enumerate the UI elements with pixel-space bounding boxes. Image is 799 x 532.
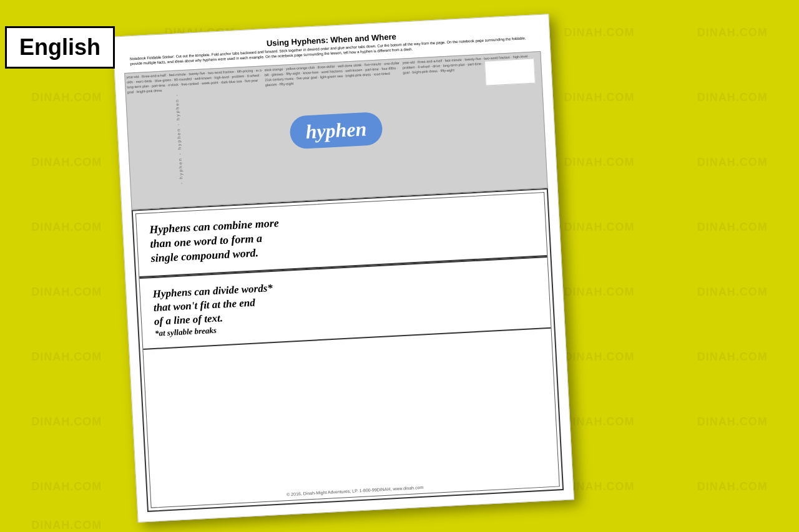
document-footer: © 2016, Dinah-Might Adventures, LP. 1-80… — [151, 474, 559, 507]
english-label-text: English — [19, 34, 100, 60]
hyphen-col-1: year-old · three-and-a-half · fast-minut… — [126, 67, 270, 208]
hyphen-center-label: hyphen — [289, 112, 383, 150]
bg-tile: DiNAH.COM — [666, 195, 799, 259]
document-lower: Hyphens can combine more than one word t… — [132, 188, 564, 512]
bg-tile: DiNAH.COM — [666, 130, 799, 195]
bg-tile: DiNAH.COM — [666, 454, 799, 519]
bg-tile: DiNAH.COM — [666, 389, 799, 454]
bg-tile: DiNAH.COM — [0, 195, 133, 259]
bg-tile: DiNAH.COM — [0, 389, 133, 454]
english-label: English — [5, 26, 115, 69]
bg-tile: DiNAH.COM — [0, 259, 133, 324]
document: Using Hyphens: When and Where Notebook F… — [112, 14, 574, 523]
document-wrapper: Using Hyphens: When and Where Notebook F… — [112, 14, 574, 523]
bg-tile: DiNAH.COM — [532, 0, 665, 65]
bg-tile: DiNAH.COM — [0, 130, 133, 195]
inner-white-box — [484, 58, 536, 85]
document-lower-inner: Hyphens can combine more than one word t… — [135, 192, 560, 508]
hyphen-word-area: year-old · three-and-a-half · fast-minut… — [124, 51, 548, 210]
bg-tile: DiNAH.COM — [0, 324, 133, 389]
bg-tile: DiNAH.COM — [0, 519, 133, 532]
bg-tile: DiNAH.COM — [0, 65, 133, 130]
bg-tile: DiNAH.COM — [666, 259, 799, 324]
hyphen-center-text: hyphen — [305, 117, 368, 143]
section-1-text: Hyphens can combine more than one word t… — [149, 203, 534, 266]
bg-tile: DiNAH.COM — [666, 65, 799, 130]
bg-tile: DiNAH.COM — [666, 0, 799, 65]
bg-tile: DiNAH.COM — [0, 454, 133, 519]
bg-tile: DiNAH.COM — [666, 324, 799, 389]
